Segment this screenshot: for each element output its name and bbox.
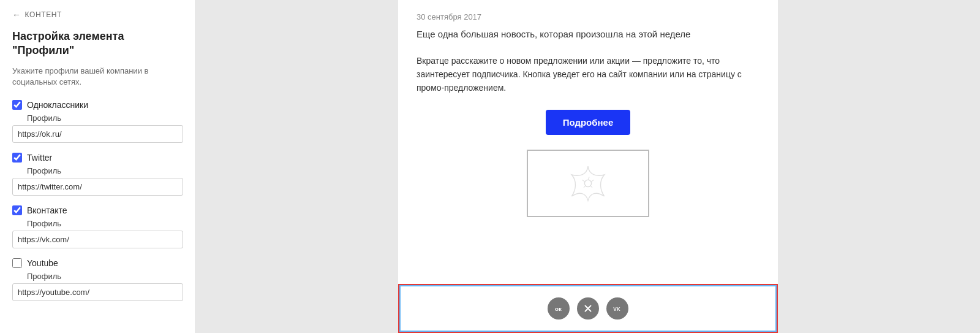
network-header-twitter: Twitter	[12, 153, 183, 163]
profile-input-vkontakte[interactable]	[12, 231, 183, 248]
profile-label-odnoklassniki: Профиль	[27, 113, 183, 123]
network-label-vkontakte[interactable]: Вконтакте	[27, 205, 67, 215]
email-cta-button[interactable]: Подробнее	[546, 110, 631, 135]
back-link[interactable]: ← КОНТЕНТ	[12, 10, 183, 20]
sidebar-title: Настройка элемента "Профили"	[12, 29, 183, 58]
starfish-icon	[567, 162, 609, 205]
network-header-youtube: Youtube	[12, 258, 183, 268]
x-svg	[582, 303, 594, 314]
email-footer-inner: ок VK	[399, 285, 777, 332]
network-label-youtube[interactable]: Youtube	[27, 258, 58, 268]
checkbox-youtube[interactable]	[12, 258, 22, 268]
vk-svg: VK	[612, 303, 623, 314]
svg-text:ок: ок	[555, 305, 562, 312]
network-block-youtube: Youtube Профиль	[12, 258, 183, 301]
profile-input-twitter[interactable]	[12, 178, 183, 196]
profile-label-youtube: Профиль	[27, 272, 183, 281]
back-label: КОНТЕНТ	[25, 10, 62, 19]
email-cta-wrap: Подробнее	[417, 110, 760, 135]
svg-text:VK: VK	[613, 307, 620, 312]
main-content: 30 сентября 2017 Еще одна большая новост…	[196, 0, 980, 333]
odnoklassniki-icon[interactable]: ок	[548, 297, 570, 320]
network-block-vkontakte: Вконтакте Профиль	[12, 205, 183, 248]
vkontakte-icon[interactable]: VK	[606, 297, 628, 320]
network-header-vkontakte: Вконтакте	[12, 205, 183, 215]
email-body-text: Вкратце расскажите о новом предложении и…	[417, 54, 760, 95]
profile-input-odnoklassniki[interactable]	[12, 125, 183, 143]
sidebar-scroll-area: ← КОНТЕНТ Настройка элемента "Профили" У…	[0, 0, 195, 333]
network-block-odnoklassniki: Одноклассники Профиль	[12, 100, 183, 143]
checkbox-vkontakte[interactable]	[12, 205, 22, 215]
sidebar-description: Укажите профили вашей компании в социаль…	[12, 66, 183, 88]
profile-input-youtube[interactable]	[12, 283, 183, 301]
network-label-odnoklassniki[interactable]: Одноклассники	[27, 100, 88, 110]
email-preview: 30 сентября 2017 Еще одна большая новост…	[398, 0, 778, 333]
email-footer: ок VK	[398, 284, 778, 333]
back-arrow-icon: ←	[12, 10, 21, 20]
sidebar: ← КОНТЕНТ Настройка элемента "Профили" У…	[0, 0, 196, 333]
email-image-placeholder	[527, 150, 649, 217]
network-label-twitter[interactable]: Twitter	[27, 153, 52, 163]
checkbox-odnoklassniki[interactable]	[12, 100, 22, 110]
checkbox-twitter[interactable]	[12, 153, 22, 163]
twitter-icon[interactable]	[577, 297, 599, 320]
network-block-twitter: Twitter Профиль	[12, 153, 183, 196]
email-body: 30 сентября 2017 Еще одна большая новост…	[398, 0, 778, 284]
profile-label-vkontakte: Профиль	[27, 219, 183, 228]
profile-label-twitter: Профиль	[27, 166, 183, 175]
network-header-odnoklassniki: Одноклассники	[12, 100, 183, 110]
ok-svg: ок	[553, 303, 564, 314]
email-date: 30 сентября 2017	[417, 12, 760, 21]
email-headline: Еще одна большая новость, которая произо…	[417, 28, 760, 42]
networks-container: Одноклассники Профиль Twitter Профиль Вк…	[12, 100, 183, 301]
